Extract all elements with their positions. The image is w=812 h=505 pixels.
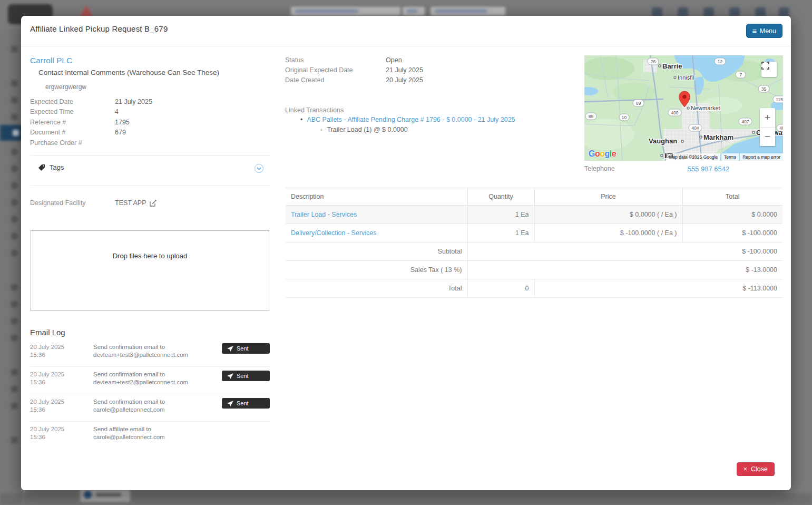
background-bottom-bar [0, 493, 812, 505]
status-row: Date Created 20 July 2025 [285, 75, 538, 85]
detail-row: Purchase Order # [30, 138, 270, 148]
menu-button[interactable]: ≡ Menu [746, 24, 782, 38]
tags-expand-button[interactable] [255, 164, 263, 173]
status-row: Status Open [285, 55, 538, 65]
detail-row: Expected Time 4 [30, 107, 270, 118]
telephone-label: Telephone [584, 165, 615, 173]
chevron-down-icon [257, 167, 261, 170]
background-date-input [431, 7, 505, 16]
tag-icon [38, 164, 45, 171]
modal-header: Affiliate Linked Pickup Request B_679 ≡ … [21, 16, 791, 46]
svg-text:35: 35 [761, 86, 767, 92]
svg-text:407: 407 [741, 119, 749, 124]
email-log-entry: 20 July 202515:36 Send affiliate email t… [30, 422, 270, 449]
svg-text:10: 10 [622, 115, 627, 120]
line-item-link[interactable]: Trailer Load - Services [291, 211, 357, 218]
close-button-label: Close [751, 465, 768, 473]
map-attribution: Map data ©2025 Google Terms Report a map… [666, 153, 783, 161]
svg-text:115: 115 [776, 97, 783, 102]
table-row: Trailer Load - Services 1 Ea $ 0.0000 ( … [286, 206, 782, 224]
keyboard-icon [666, 153, 673, 158]
linked-transaction-item: •ABC Pallets - Affiliate Pending Charge … [300, 116, 515, 123]
sales-tax-row: Sales Tax ( 13 %) $ -13.0000 [286, 261, 782, 279]
google-map[interactable]: Barrie Innisfil Newmarket Vaughan Markha… [584, 55, 783, 161]
sent-badge: Sent [222, 343, 270, 354]
linked-transaction-subitem: ◦Trailer Load (1) @ $ 0.0000 [320, 126, 408, 133]
svg-text:400: 400 [671, 110, 678, 115]
sent-badge: Sent [222, 398, 270, 409]
svg-text:7: 7 [739, 72, 742, 77]
email-log-entry: 20 July 202515:36 Send confirmation emai… [30, 367, 270, 394]
zoom-in-button[interactable]: + [760, 108, 775, 128]
table-row: Delivery/Collection - Services 1 Ea $ -1… [286, 224, 782, 242]
map-canvas: Barrie Innisfil Newmarket Vaughan Markha… [584, 55, 783, 161]
map-label-vaughan: Vaughan [649, 137, 677, 145]
background-search-input [291, 7, 400, 16]
status-grid: Status Open Original Expected Date 21 Ju… [285, 55, 538, 85]
svg-text:404: 404 [691, 125, 699, 131]
paper-plane-icon [227, 373, 233, 379]
designated-facility-row: Designated Facility TEST APP [30, 199, 270, 207]
map-fullscreen-button[interactable] [761, 62, 777, 77]
bullet-circle-icon: ◦ [320, 126, 322, 133]
facility-value: TEST APP [115, 199, 146, 207]
svg-text:89: 89 [636, 101, 641, 106]
map-label-markham: Markham [703, 133, 733, 141]
map-report-error-link[interactable]: Report a map error [742, 154, 780, 160]
comment-text: ergwergwergw [45, 83, 86, 91]
linked-transactions-label: Linked Transactions [285, 106, 344, 114]
svg-text:89: 89 [589, 114, 594, 119]
map-copyright: Map data ©2025 Google [669, 154, 718, 160]
paper-plane-icon [227, 346, 233, 352]
background-sidebar [0, 30, 24, 505]
detail-row: Expected Date 21 July 2025 [30, 96, 270, 107]
map-label-innisfil: Innisfil [678, 74, 694, 81]
invoice-table: Description Quantity Price Total Trailer… [286, 188, 782, 298]
table-header-row: Description Quantity Price Total [286, 188, 782, 206]
pickup-request-modal: Affiliate Linked Pickup Request B_679 ≡ … [21, 16, 791, 490]
email-log-title: Email Log [30, 328, 65, 337]
comments-label: Contact Internal Comments (Warehouse Can… [38, 69, 219, 76]
telephone-link[interactable]: 555 987 6542 [688, 165, 730, 173]
close-x-icon: × [743, 465, 747, 473]
total-row: Total 0 $ -113.0000 [286, 279, 782, 298]
tags-label: Tags [50, 163, 64, 171]
status-row: Original Expected Date 21 July 2025 [285, 65, 538, 75]
hamburger-icon: ≡ [752, 27, 757, 35]
subtotal-row: Subtotal $ -100.0000 [286, 242, 782, 261]
svg-text:12: 12 [718, 59, 723, 64]
close-button[interactable]: × Close [737, 462, 775, 476]
tags-section: Tags [38, 163, 64, 171]
file-dropzone[interactable]: Drop files here to upload [31, 230, 269, 311]
svg-text:40: 40 [779, 125, 783, 131]
email-log-list: 20 July 202515:36 Send confirmation emai… [30, 339, 270, 453]
dropzone-text: Drop files here to upload [31, 252, 269, 260]
menu-button-label: Menu [760, 27, 776, 35]
edit-pencil-icon[interactable] [150, 200, 156, 207]
divider [30, 156, 270, 156]
detail-grid: Expected Date 21 July 2025 Expected Time… [30, 96, 270, 148]
svg-text:26: 26 [651, 59, 656, 64]
detail-row: Document # 679 [30, 128, 270, 138]
map-label-newmarket: Newmarket [691, 105, 720, 111]
linked-transaction-link[interactable]: ABC Pallets - Affiliate Pending Charge #… [307, 116, 515, 123]
map-label-barrie: Barrie [662, 62, 682, 70]
divider [30, 186, 270, 186]
fullscreen-icon [761, 62, 769, 70]
customer-link[interactable]: Carroll PLC [30, 56, 72, 65]
bullet-icon: • [300, 116, 302, 123]
paper-plane-icon [227, 401, 233, 406]
background-input-small [403, 7, 425, 16]
map-terms-link[interactable]: Terms [724, 154, 736, 160]
detail-row: Reference # 1795 [30, 117, 270, 128]
email-log-entry: 20 July 202515:36 Send confirmation emai… [30, 339, 270, 367]
map-zoom-control: + − [760, 108, 775, 146]
zoom-out-button[interactable]: − [760, 128, 775, 147]
modal-title: Affiliate Linked Pickup Request B_679 [30, 24, 168, 33]
google-logo[interactable]: Google [589, 149, 616, 159]
sent-badge: Sent [222, 371, 270, 381]
line-item-link[interactable]: Delivery/Collection - Services [291, 229, 377, 237]
telephone-row: Telephone 555 987 6542 [584, 165, 783, 173]
facility-label: Designated Facility [30, 199, 115, 207]
background-sidebar-active-item [0, 125, 24, 141]
